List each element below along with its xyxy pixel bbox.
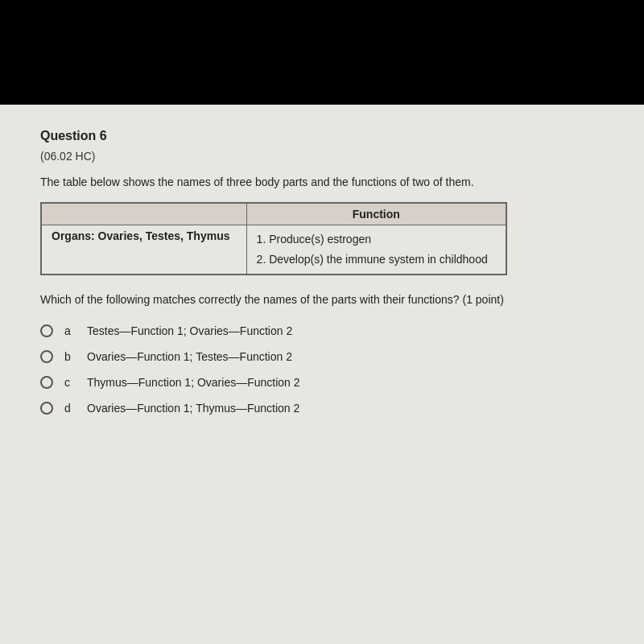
option-text: Thymus—Function 1; Ovaries—Function 2: [87, 376, 300, 389]
option-letter: a: [64, 324, 72, 337]
option-letter: d: [64, 402, 72, 415]
option-text: Testes—Function 1; Ovaries—Function 2: [87, 324, 292, 337]
question-code: (06.02 HC): [40, 150, 604, 163]
radio-circle[interactable]: [40, 350, 53, 363]
table-container: Function Organs: Ovaries, Testes, Thymus…: [40, 202, 507, 275]
body-parts-table: Function Organs: Ovaries, Testes, Thymus…: [41, 203, 506, 275]
table-header-function: Function: [246, 204, 506, 225]
option-letter: c: [64, 376, 72, 389]
option-item[interactable]: aTestes—Function 1; Ovaries—Function 2: [40, 324, 604, 337]
option-letter: b: [64, 350, 72, 363]
option-item[interactable]: dOvaries—Function 1; Thymus—Function 2: [40, 402, 604, 415]
function-2: 2. Develop(s) the immune system in child…: [257, 253, 488, 266]
question-title: Question 6: [40, 129, 604, 143]
option-item[interactable]: cThymus—Function 1; Ovaries—Function 2: [40, 376, 604, 389]
option-text: Ovaries—Function 1; Testes—Function 2: [87, 350, 292, 363]
option-item[interactable]: bOvaries—Function 1; Testes—Function 2: [40, 350, 604, 363]
radio-circle[interactable]: [40, 402, 53, 415]
table-row: Organs: Ovaries, Testes, Thymus 1. Produ…: [42, 225, 506, 275]
function-1: 1. Produce(s) estrogen: [257, 233, 371, 246]
content-area: Question 6 (06.02 HC) The table below sh…: [0, 105, 644, 644]
radio-circle[interactable]: [40, 376, 53, 389]
black-bar-top: [0, 0, 644, 105]
option-text: Ovaries—Function 1; Thymus—Function 2: [87, 402, 299, 415]
options-list: aTestes—Function 1; Ovaries—Function 2bO…: [40, 324, 604, 415]
organs-cell: Organs: Ovaries, Testes, Thymus: [42, 225, 247, 275]
radio-circle[interactable]: [40, 324, 53, 337]
question-description: The table below shows the names of three…: [40, 174, 604, 191]
table-header-organs: [42, 204, 247, 225]
function-cell: 1. Produce(s) estrogen 2. Develop(s) the…: [246, 225, 506, 275]
question-prompt: Which of the following matches correctly…: [40, 291, 604, 308]
